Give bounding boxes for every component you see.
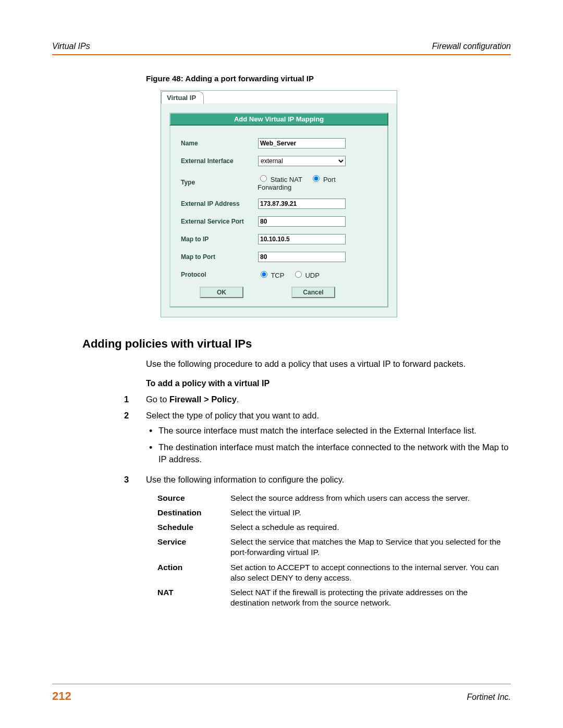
input-map-port[interactable] <box>258 252 346 262</box>
label-map-port: Map to Port <box>181 253 258 261</box>
row-name: Name <box>181 138 377 149</box>
step-1-prefix: Go to <box>146 394 169 404</box>
row-type: Type Static NAT Port Forwarding <box>181 174 377 191</box>
config-key: Source <box>157 491 230 505</box>
tab-virtual-ip[interactable]: Virtual IP <box>161 91 204 104</box>
config-key: NAT <box>157 585 230 610</box>
input-name[interactable] <box>258 138 346 149</box>
config-value: Select a schedule as required. <box>230 520 509 535</box>
section-heading: Adding policies with virtual IPs <box>82 337 511 351</box>
row-map-ip: Map to IP <box>181 234 377 244</box>
steps-list: 1 Go to Firewall > Policy. 2 Select the … <box>124 393 511 486</box>
config-key: Action <box>157 560 230 585</box>
label-external-interface: External Interface <box>181 157 258 165</box>
table-row: ActionSet action to ACCEPT to accept con… <box>157 560 509 585</box>
ok-button[interactable]: OK <box>200 287 243 298</box>
step-1: 1 Go to Firewall > Policy. <box>124 393 511 405</box>
config-table: SourceSelect the source address from whi… <box>157 491 509 610</box>
label-type: Type <box>181 179 258 186</box>
label-map-ip: Map to IP <box>181 236 258 243</box>
step-2-bullet-1: The source interface must match the inte… <box>158 425 511 437</box>
step-3-text: Use the following information to configu… <box>146 474 511 486</box>
label-name: Name <box>181 140 258 147</box>
header-left: Virtual IPs <box>52 42 90 51</box>
step-2: 2 Select the type of policy that you wan… <box>124 410 511 469</box>
table-row: ServiceSelect the service that matches t… <box>157 535 509 560</box>
step-3-number: 3 <box>124 474 146 486</box>
row-map-port: Map to Port <box>181 252 377 262</box>
table-row: DestinationSelect the virtual IP. <box>157 505 509 520</box>
config-key: Destination <box>157 505 230 520</box>
form-body: Name External Interface external Type St… <box>169 126 388 307</box>
subheading: To add a policy with a virtual IP <box>146 379 511 388</box>
screenshot-container: Virtual IP Add New Virtual IP Mapping Na… <box>161 90 397 317</box>
radio-udp[interactable] <box>295 271 302 278</box>
tab-bar: Virtual IP <box>161 91 397 103</box>
figure-caption: Figure 48: Adding a port forwarding virt… <box>146 74 511 83</box>
table-row: ScheduleSelect a schedule as required. <box>157 520 509 535</box>
step-2-bullet-2: The destination interface must match the… <box>158 441 511 465</box>
input-external-port[interactable] <box>258 216 346 227</box>
label-external-ip: External IP Address <box>181 200 258 207</box>
radio-udp-text: UDP <box>305 272 319 279</box>
radio-tcp[interactable] <box>261 271 267 278</box>
intro-text: Use the following procedure to add a pol… <box>146 358 511 369</box>
radio-port-forwarding[interactable] <box>313 175 320 182</box>
input-external-ip[interactable] <box>258 199 346 209</box>
config-value: Select NAT if the firewall is protecting… <box>230 585 509 610</box>
radio-static-nat-text: Static NAT <box>271 176 302 183</box>
step-1-suffix: . <box>237 394 239 404</box>
config-key: Service <box>157 535 230 560</box>
radio-static-nat[interactable] <box>260 175 267 182</box>
table-row: SourceSelect the source address from whi… <box>157 491 509 505</box>
radio-tcp-label: TCP <box>258 272 286 279</box>
config-key: Schedule <box>157 520 230 535</box>
config-value: Set action to ACCEPT to accept connectio… <box>230 560 509 585</box>
config-value: Select the virtual IP. <box>230 505 509 520</box>
step-2-text: Select the type of policy that you want … <box>146 411 319 420</box>
radio-static-nat-label: Static NAT <box>258 176 304 183</box>
radio-udp-label: UDP <box>292 272 320 279</box>
button-row: OK Cancel <box>181 287 377 298</box>
row-protocol: Protocol TCP UDP <box>181 269 377 279</box>
label-protocol: Protocol <box>181 271 258 278</box>
cancel-button[interactable]: Cancel <box>291 287 335 298</box>
config-value: Select the service that matches the Map … <box>230 535 509 560</box>
row-external-port: External Service Port <box>181 216 377 227</box>
page-footer: 212 Fortinet Inc. <box>52 684 511 703</box>
footer-company: Fortinet Inc. <box>467 693 511 702</box>
step-1-number: 1 <box>124 393 146 405</box>
step-1-bold: Firewall > Policy <box>169 394 237 404</box>
radio-tcp-text: TCP <box>271 272 284 279</box>
select-external-interface[interactable]: external <box>258 156 346 166</box>
step-3: 3 Use the following information to confi… <box>124 474 511 486</box>
header-right: Firewall configuration <box>432 42 511 51</box>
config-value: Select the source address from which use… <box>230 491 509 505</box>
page-number: 212 <box>52 689 71 703</box>
table-row: NATSelect NAT if the firewall is protect… <box>157 585 509 610</box>
row-external-interface: External Interface external <box>181 156 377 166</box>
panel-title: Add New Virtual IP Mapping <box>169 113 388 126</box>
step-2-number: 2 <box>124 410 146 469</box>
row-external-ip: External IP Address <box>181 199 377 209</box>
page-header: Virtual IPs Firewall configuration <box>52 42 511 55</box>
label-external-port: External Service Port <box>181 218 258 225</box>
input-map-ip[interactable] <box>258 234 346 244</box>
